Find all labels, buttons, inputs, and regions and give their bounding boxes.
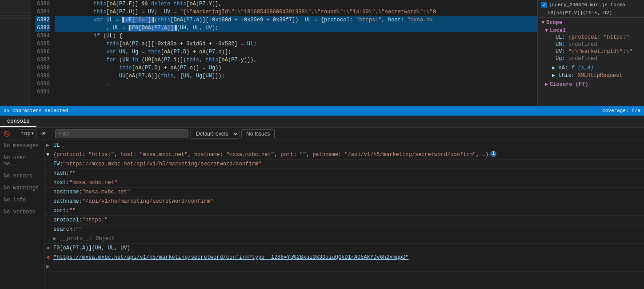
file-tab-0[interactable] [0, 0, 31, 3]
prop-protocol: protocol: "https:" [44, 216, 644, 225]
code-line-6390: . [55, 80, 537, 88]
eye-button[interactable]: 👁 [39, 130, 49, 138]
code-line-6384: if (UL) { [55, 32, 537, 40]
arrow-icon-ul[interactable]: ▶ [46, 141, 52, 149]
chevron-down-icon-local: ▼ [545, 28, 548, 34]
scope-local-label: Local [550, 28, 566, 34]
code-line-6388: this[oA(P7.D) + oA(P7.o)] = Ug)) [55, 64, 537, 72]
console-row-fn[interactable]: ◀ F0[oA(P7.A)](UH, UL, UV) [44, 244, 644, 253]
sidebar-no-verbose[interactable]: No verbose [0, 206, 44, 218]
file-tabs-list [0, 0, 31, 106]
console-row-empty[interactable]: ▶ [44, 262, 644, 272]
line-numbers: 6380 6381 6382 6383 6384 6385 6386 6387 … [31, 0, 53, 106]
prop-fw: FW: "https://mxsa.mxbc.net/api/v1/h5/mar… [44, 160, 644, 169]
console-body: No messages No user me... No errors No w… [0, 140, 644, 289]
console-sidebar: No messages No user me... No errors No w… [0, 140, 44, 289]
scope-closure-label: Closure (Ff) [550, 81, 588, 88]
code-line-6385: this[oA(P7.a)][-0x183a + 0x1d6d + -0x532… [55, 40, 537, 48]
prop-pathname: pathname: "/api/v1/h5/marketing/secretwo… [44, 197, 644, 206]
file-tab-5[interactable] [0, 16, 31, 19]
prop-host: host: "mxsa.mxbc.net" [44, 178, 644, 188]
arrow-icon-object[interactable]: ▼ [46, 151, 52, 159]
prop-hash: hash: "" [44, 169, 644, 178]
format-checkbox[interactable]: ✓ [541, 2, 547, 8]
console-output[interactable]: ▶ UL ▼ {protocol: "https:", host: "mxsa.… [44, 140, 644, 289]
scope-local-section: ▼ Local UL: {protocol: "https:" UN: unde… [538, 28, 644, 79]
prop-search: search: "" [44, 225, 644, 234]
format-label: jquery_240626.min.js:forma [549, 2, 625, 8]
clear-console-button[interactable]: 🚫 [2, 130, 12, 138]
file-tab-3[interactable] [0, 9, 31, 12]
scope-closure-section: ▶ Closure (Ff) [538, 79, 644, 89]
console-toolbar: 🚫 top ▼ 👁 Default levels No Issues [0, 128, 644, 140]
console-row-object[interactable]: ▼ {protocol: "https:", host: "mxsa.mxbc.… [44, 150, 644, 160]
scope-title-label: Scope [546, 20, 562, 26]
context-selector[interactable]: top ▼ [18, 129, 37, 138]
file-tab-2[interactable] [0, 6, 31, 9]
chevron-down-icon: ▼ [541, 20, 544, 26]
scope-local-items: UL: {protocol: "https:" UN: undefined UV… [541, 34, 640, 62]
url-content: "https://mxsa.mxbc.net/api/v1/h5/marketi… [53, 253, 408, 261]
code-line-6389: UU[oA(P7.G)](this, [UN, Ug[UN]]); [55, 72, 537, 80]
arrow-icon-fn[interactable]: ◀ [46, 244, 52, 252]
arrow-icon-proto[interactable]: ▶ [53, 235, 59, 243]
scope-panel: ✓ jquery_240626.min.js:forma U8[oA(P7.V)… [537, 0, 644, 106]
console-section: console 🚫 top ▼ 👁 Default levels No Issu… [0, 116, 644, 289]
ul-label: UL [53, 141, 60, 149]
sidebar-no-errors[interactable]: No errors [0, 170, 44, 182]
object-content: {protocol: "https:", host: "mxsa.mxbc.ne… [53, 151, 488, 159]
sidebar-no-messages[interactable]: No messages [0, 140, 44, 152]
console-filter-input[interactable] [55, 129, 188, 138]
format-sub-label: U8[oA(P7.V)](this, UV) [538, 9, 644, 17]
proto-label: __proto__: Object [60, 235, 115, 243]
code-line-6382: var UL = ▌UE[`Fu`]▐(this[DoA(P7.a)][-0x1… [55, 16, 537, 24]
no-issues-button[interactable]: No Issues [241, 129, 275, 138]
sidebar-no-user[interactable]: No user me... [0, 152, 44, 170]
scope-item-UV[interactable]: UV: "{\"marketingId\":\" [548, 48, 640, 55]
top-label: top [21, 131, 31, 137]
sidebar-no-warnings[interactable]: No warnings [0, 182, 44, 194]
console-row-ul[interactable]: ▶ UL [44, 141, 644, 150]
prop-proto[interactable]: ▶ __proto__: Object [44, 234, 644, 244]
file-tab-1[interactable] [0, 3, 31, 6]
chevron-right-icon: ▶ [545, 81, 548, 88]
info-icon[interactable]: i [490, 151, 496, 157]
fn-content: F0[oA(P7.A)](UH, UL, UV) [53, 244, 130, 252]
toolbar-divider-1 [15, 130, 15, 137]
prop-port: port: "" [44, 206, 644, 216]
prop-hostname: hostname: "mxsa.mxbc.net" [44, 188, 644, 197]
console-tab-bar: console [0, 116, 644, 128]
code-editor: 6380 6381 6382 6383 6384 6385 6386 6387 … [31, 0, 537, 106]
code-line-6386: var UN, Ug = this[oA(P7.D) + oA(P7.o)]; [55, 48, 537, 56]
toolbar-divider-2 [52, 130, 52, 137]
status-bar: 25 characters selected Coverage: n/a [0, 106, 644, 116]
code-line-6381: this[oA(P7.U)] = UV; UV = "{\"marketingI… [55, 8, 537, 16]
code-line-6387: for (UN in (U9[oA(P7.i)](this, this[oA(P… [55, 56, 537, 64]
code-content: this[oA(P7.F)] && delete this[oA(P7.Y)],… [53, 0, 537, 106]
coverage-info: Coverage: n/a [602, 108, 640, 113]
tab-console[interactable]: console [0, 116, 36, 127]
scope-title-scope: ▼ Scope [538, 18, 644, 28]
scope-extra-items: ▶ oA: f (a,A) ▶ this: XMLHttpRequest [541, 64, 640, 79]
selection-info: 25 characters selected [4, 108, 68, 113]
scope-item-this[interactable]: ▶ this: XMLHttpRequest [545, 72, 640, 79]
scope-item-UN[interactable]: UN: undefined [548, 41, 640, 48]
scope-item-oA[interactable]: ▶ oA: f (a,A) [545, 64, 640, 72]
code-line-6380: this[oA(P7.F)] && delete this[oA(P7.Y)], [55, 0, 537, 8]
dropdown-arrow-icon: ▼ [32, 132, 34, 136]
arrow-icon-url[interactable]: ◀ [46, 253, 52, 261]
arrow-icon-empty[interactable]: ▶ [46, 263, 52, 271]
file-tab-4[interactable] [0, 12, 31, 16]
scope-checkbox-row: ✓ jquery_240626.min.js:forma [538, 0, 644, 9]
levels-selector[interactable]: Default levels [190, 129, 240, 139]
scope-item-UL[interactable]: UL: {protocol: "https:" [548, 34, 640, 41]
code-line-6383: , UL = ▌F0[DoA(P7.A)]▐(UH, UL, UV); [55, 24, 537, 32]
sidebar-no-info[interactable]: No info [0, 194, 44, 206]
scope-item-Ug[interactable]: Ug: undefined [548, 55, 640, 62]
console-row-url[interactable]: ◀ "https://mxsa.mxbc.net/api/v1/h5/marke… [44, 253, 644, 262]
